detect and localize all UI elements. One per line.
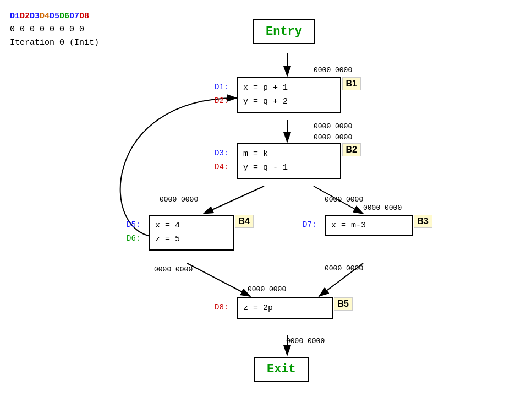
b2-badge: B2 [342, 143, 361, 156]
b1-node: D1: x = p + 1 D2: y = q + 2 B1 [237, 77, 341, 113]
b1-code2: y = q + 2 [243, 97, 288, 106]
exit-node: Exit [254, 357, 309, 382]
b5-d8-label: D8: [215, 302, 228, 314]
b4-d5-label: D5: [127, 219, 140, 231]
b3-bits-out: 0000 0000 [325, 264, 363, 273]
b5-badge: B5 [334, 297, 353, 311]
b2-line1: D3: m = k [243, 148, 334, 160]
b4-line2: D6: z = 5 [155, 233, 227, 246]
b5-content: D8: z = 2p [238, 298, 332, 318]
b2-code1: m = k [243, 149, 268, 159]
exit-label: Exit [267, 362, 296, 376]
b4-content: D5: x = 4 D6: z = 5 [150, 216, 233, 249]
b1-line1: D1: x = p + 1 [243, 82, 334, 94]
arrow-b2-b4 [204, 186, 264, 214]
b2-bits-in: 0000 0000 [314, 133, 352, 142]
b1-content: D1: x = p + 1 D2: y = q + 2 [238, 78, 340, 112]
b5-bits-in: 0000 0000 [248, 285, 286, 294]
b2-bits-out-right: 0000 0000 [325, 195, 363, 204]
b1-bits-in: 0000 0000 [314, 66, 352, 74]
b4-d6-label: D6: [127, 233, 140, 245]
b4-code2: z = 5 [155, 235, 180, 244]
b5-line1: D8: z = 2p [243, 302, 326, 314]
b1-d1-label: D1: [215, 82, 228, 94]
b1-d2-label: D2: [215, 95, 228, 107]
b2-d3-label: D3: [215, 148, 228, 160]
b5-node: D8: z = 2p B5 [237, 297, 333, 319]
b4-code1: x = 4 [155, 221, 180, 230]
b3-content: D7: x = m-3 [326, 216, 412, 235]
b3-badge: B3 [414, 215, 432, 228]
b2-d4-label: D4: [215, 161, 228, 173]
b3-code1: x = m-3 [331, 221, 366, 230]
b1-badge: B1 [342, 77, 361, 90]
b4-line1: D5: x = 4 [155, 219, 227, 232]
arrow-b4-b5 [187, 263, 250, 296]
b5-bits-out: 0000 0000 [286, 337, 325, 345]
b1-line2: D2: y = q + 2 [243, 95, 334, 108]
b1-bits-out: 0000 0000 [314, 122, 352, 131]
b3-d7-label: D7: [303, 219, 316, 231]
entry-label: Entry [266, 25, 302, 39]
b1-code1: x = p + 1 [243, 83, 288, 93]
entry-node: Entry [253, 19, 315, 44]
b5-code1: z = 2p [243, 303, 273, 313]
b2-code2: y = q - 1 [243, 163, 288, 172]
b4-node: D5: x = 4 D6: z = 5 B4 [149, 215, 234, 251]
b3-bits-in: 0000 0000 [363, 204, 402, 212]
b2-bits-out-left: 0000 0000 [160, 195, 198, 204]
b4-badge: B4 [235, 215, 254, 228]
b3-node: D7: x = m-3 B3 [325, 215, 413, 236]
diagram-svg [0, 0, 532, 402]
b4-bits-out: 0000 0000 [154, 265, 193, 274]
b2-node: D3: m = k D4: y = q - 1 B2 [237, 143, 341, 179]
b2-content: D3: m = k D4: y = q - 1 [238, 144, 340, 178]
b2-line2: D4: y = q - 1 [243, 161, 334, 174]
b3-line1: D7: x = m-3 [331, 219, 406, 232]
